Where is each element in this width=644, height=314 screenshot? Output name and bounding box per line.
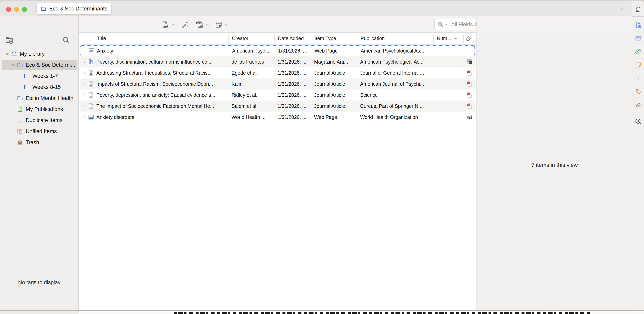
collections-sidebar: My LibraryEco & Soc Determi...Weeks 1-7W… — [0, 17, 78, 310]
cell-date-added: 1/31/2026, ... — [278, 100, 312, 112]
pdf-attachment-icon[interactable] — [466, 100, 474, 112]
attachment-column-paperclip-icon[interactable] — [466, 35, 472, 42]
sidebar-item-trash[interactable]: Trash — [0, 137, 78, 148]
close-button[interactable] — [6, 7, 11, 12]
search-scope-chevron-icon[interactable] — [444, 23, 448, 26]
search-icon[interactable] — [437, 22, 443, 28]
row-expand-chevron-icon[interactable] — [82, 90, 87, 100]
tree-indent-spacer — [11, 106, 16, 112]
new-note-chevron-icon — [224, 23, 228, 27]
pdf-attachment-icon[interactable] — [466, 78, 474, 90]
column-header-date-added[interactable]: Date Added — [278, 36, 304, 41]
column-header-title[interactable]: Title — [97, 36, 106, 41]
table-row[interactable]: Addressing Structural Inequalities, Stru… — [80, 67, 475, 78]
minimize-button[interactable] — [14, 7, 19, 12]
table-row[interactable]: The Impact of Socioeconomic Factors on M… — [80, 100, 475, 112]
cell-date-added: 1/31/2026, ... — [278, 45, 313, 56]
items-count-label: 7 items in this view — [477, 162, 632, 168]
sidebar-item-my-library[interactable]: My Library — [0, 48, 78, 60]
table-row[interactable]: Poverty, discrimination, cultural norms … — [80, 56, 475, 67]
snapshot-attachment-icon[interactable] — [466, 112, 474, 123]
cell-date-added: 1/31/2026, ... — [278, 112, 312, 123]
webpage-item-icon — [88, 112, 95, 123]
collection-tab[interactable]: Eco & Soc Determinants — [37, 3, 112, 14]
column-header-item-type[interactable]: Item Type — [314, 36, 336, 41]
new-collection-button[interactable] — [5, 35, 14, 44]
sidebar-item-my-publications[interactable]: My Publications — [0, 104, 78, 115]
add-attachment-button[interactable] — [196, 20, 210, 30]
items-table-header: Title Creator Date Added Item Type Publi… — [78, 32, 476, 45]
collection-search-icon[interactable] — [62, 36, 70, 44]
locate-icon[interactable] — [635, 118, 642, 125]
add-attachment-chevron-icon — [206, 23, 210, 27]
titlebar: Eco & Soc Determinants — [0, 1, 644, 16]
cell-date-added: 1/31/2026, ... — [278, 56, 312, 67]
item-details-panel: 7 items in this view — [476, 32, 632, 310]
column-header-publication[interactable]: Publication — [360, 36, 384, 41]
tags-icon[interactable] — [635, 88, 642, 95]
notes-icon[interactable] — [635, 62, 642, 68]
folder-icon — [23, 73, 30, 80]
cell-title: Poverty, discrimination, cultural norms … — [96, 56, 227, 67]
sidebar-item-label: Weeks 8-15 — [32, 84, 61, 90]
sidebar-item-unfiled-items[interactable]: Unfiled Items — [0, 126, 78, 137]
new-item-button[interactable] — [161, 20, 175, 30]
zoom-button[interactable] — [22, 7, 27, 12]
chevron-down-icon[interactable] — [11, 62, 16, 68]
cell-date-added: 1/31/2026, ... — [278, 67, 312, 78]
cell-creator: World Health ... — [232, 112, 275, 123]
table-row[interactable]: Impacts of Structural Racism, Socioecono… — [80, 78, 475, 90]
sidebar-item-eco-soc-determi[interactable]: Eco & Soc Determi... — [0, 60, 78, 70]
sidebar-item-weeks-8-15[interactable]: Weeks 8-15 — [0, 82, 78, 92]
pdf-attachment-icon[interactable] — [466, 90, 474, 100]
attachments-paperclip-icon[interactable] — [635, 48, 642, 55]
cell-publication: American Psychological As... — [360, 56, 433, 67]
column-header-creator[interactable]: Creator — [232, 36, 248, 41]
cell-publication: Cureus, Part of Springer N... — [360, 100, 433, 112]
tab-overview-chevron-icon[interactable] — [618, 6, 625, 12]
sidebar-item-duplicate-items[interactable]: Duplicate Items — [0, 115, 78, 126]
tree-indent-spacer — [18, 84, 23, 90]
item-info-icon[interactable] — [635, 22, 642, 29]
related-icon[interactable] — [635, 102, 642, 109]
document-green-icon — [16, 106, 23, 112]
background-window-sliver — [0, 310, 644, 314]
tab-title: Eco & Soc Determinants — [49, 6, 107, 12]
column-header-num[interactable]: Num... — [437, 36, 452, 41]
row-expand-chevron-icon[interactable] — [82, 112, 87, 123]
pdf-attachment-icon[interactable] — [466, 67, 474, 78]
table-row[interactable]: Poverty, depression, and anxiety: Causal… — [80, 90, 475, 100]
cell-creator: de las Fuentes — [232, 56, 275, 67]
cell-creator: Salem et al. — [232, 100, 275, 112]
journal-item-icon — [88, 78, 95, 90]
row-expand-chevron-icon[interactable] — [82, 56, 87, 67]
journal-item-icon — [88, 90, 95, 100]
library-icon — [11, 50, 18, 57]
cell-title: Anxiety disorders — [96, 112, 227, 123]
table-row[interactable]: AnxietyAmerican Psyc...1/31/2026, ...Web… — [80, 45, 475, 56]
sync-icon[interactable] — [635, 6, 642, 13]
tree-indent-spacer — [11, 140, 16, 145]
chevron-down-icon[interactable] — [5, 51, 11, 57]
sidebar-item-epi-in-mental-health[interactable]: Epi in Mental Health — [0, 92, 78, 104]
items-pane: Title Creator Date Added Item Type Publi… — [78, 32, 476, 310]
row-expand-chevron-icon[interactable] — [82, 67, 87, 78]
add-item-by-identifier-button[interactable] — [181, 20, 189, 30]
row-expand-chevron-icon[interactable] — [82, 100, 87, 112]
table-row[interactable]: Anxiety disordersWorld Health ...1/31/20… — [80, 112, 475, 123]
abstract-icon[interactable] — [635, 35, 642, 42]
cell-title: The Impact of Socioeconomic Factors on M… — [96, 100, 227, 112]
cell-item-type: Web Page — [315, 45, 358, 56]
tree-indent-spacer — [18, 73, 23, 79]
cell-item-type: Journal Article — [314, 78, 358, 90]
sidebar-item-weeks-1-7[interactable]: Weeks 1-7 — [0, 70, 78, 82]
folder-icon — [16, 95, 23, 102]
sidebar-item-label: My Library — [20, 51, 45, 57]
libraries-collections-icon[interactable] — [635, 75, 642, 82]
row-expand-chevron-icon[interactable] — [82, 78, 87, 90]
cell-item-type: Journal Article — [314, 100, 358, 112]
right-icon-strip — [632, 1, 644, 310]
snapshot-attachment-icon[interactable] — [466, 56, 474, 67]
cell-title: Anxiety — [97, 45, 228, 56]
new-note-button[interactable] — [214, 20, 228, 30]
